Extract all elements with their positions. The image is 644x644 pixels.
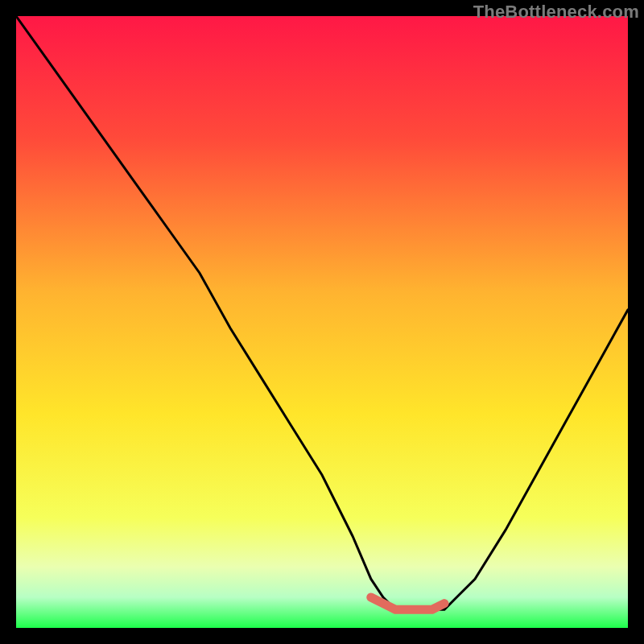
bottleneck-curve <box>16 16 628 609</box>
optimal-region-marker <box>371 597 444 609</box>
chart-frame: TheBottleneck.com <box>0 0 644 644</box>
watermark-text: TheBottleneck.com <box>473 2 639 23</box>
plot-area <box>16 16 628 628</box>
chart-svg <box>16 16 628 628</box>
